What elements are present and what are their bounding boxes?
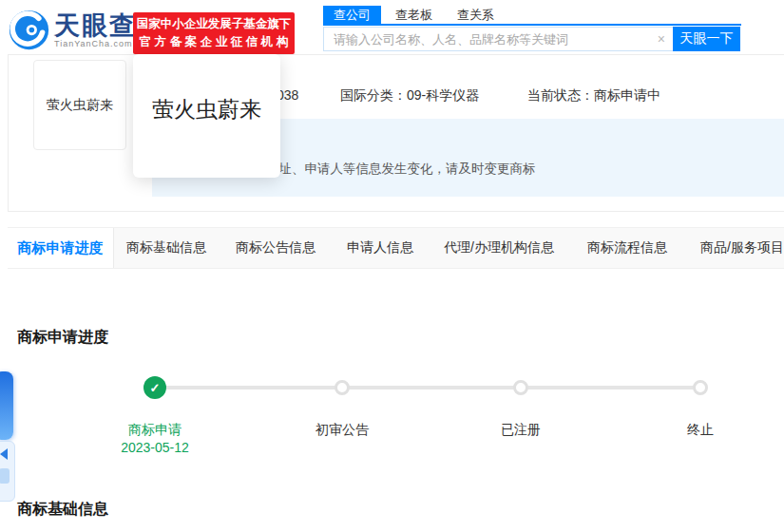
logo-subtitle: TianYanCha.com <box>54 39 137 48</box>
step-label-preliminary-announcement: 初审公告 <box>316 422 369 439</box>
tab-goods-services[interactable]: 商品/服务项目 <box>700 228 784 268</box>
tab-announcement-info[interactable]: 商标公告信息 <box>236 228 316 268</box>
basic-info-section-title: 商标基础信息 <box>17 500 108 520</box>
tianyancha-trademark-page: 天眼查 TianYanCha.com 国家中小企业发展子基金旗下 官方备案企业征… <box>0 0 784 532</box>
logo-title: 天眼查 <box>54 12 137 39</box>
tab-process-info[interactable]: 商标流程信息 <box>587 228 667 268</box>
badge-line1: 国家中小企业发展子基金旗下 <box>133 15 295 33</box>
search-tab-relation[interactable]: 查关系 <box>447 6 505 24</box>
side-float-panel[interactable] <box>0 441 15 502</box>
trademark-image-thumb[interactable]: 萤火虫蔚来 <box>33 60 126 150</box>
step-dot-pending <box>513 380 528 395</box>
step-dot-pending <box>335 380 350 395</box>
trademark-thumb-text: 萤火虫蔚来 <box>47 97 113 114</box>
tab-applicant-info[interactable]: 申请人信息 <box>347 228 413 268</box>
collapse-arrow-icon <box>0 448 8 460</box>
search-tabs: 查公司 查老板 查关系 <box>323 6 741 26</box>
step-date-application: 2023-05-12 <box>121 440 189 455</box>
step-label-application: 商标申请 <box>128 422 182 439</box>
search-tab-company[interactable]: 查公司 <box>323 6 381 24</box>
side-float-handle[interactable] <box>0 371 13 440</box>
progress-section-title: 商标申请进度 <box>17 328 108 348</box>
step-label-registered: 已注册 <box>501 422 541 439</box>
badge-line2: 官方备案企业征信机构 <box>133 33 295 51</box>
gov-certification-badge: 国家中小企业发展子基金旗下 官方备案企业征信机构 <box>133 12 295 54</box>
float-panel-icon <box>0 468 10 484</box>
step-done-check-icon: ✓ <box>143 376 166 399</box>
step-label-terminated: 终止 <box>687 422 714 439</box>
change-notice-text: 地址、申请人等信息发生变化，请及时变更商标 <box>266 161 536 178</box>
search-tab-boss[interactable]: 查老板 <box>385 6 443 24</box>
clear-search-icon[interactable]: × <box>658 31 665 47</box>
tianyancha-logo[interactable]: 天眼查 TianYanCha.com <box>8 9 137 51</box>
current-status: 当前状态：商标申请中 <box>527 87 660 104</box>
tab-application-progress[interactable]: 商标申请进度 <box>8 228 114 268</box>
search-button[interactable]: 天眼一下 <box>673 27 740 51</box>
international-class: 国际分类：09-科学仪器 <box>340 87 479 104</box>
progress-track-line <box>155 386 700 390</box>
tab-basic-info[interactable]: 商标基础信息 <box>126 228 206 268</box>
search-input[interactable] <box>323 27 673 51</box>
trademark-popup-text: 萤火虫蔚来 <box>152 95 261 124</box>
tab-agency-info[interactable]: 代理/办理机构信息 <box>444 228 554 268</box>
detail-tab-strip: 商标申请进度 商标基础信息 商标公告信息 申请人信息 代理/办理机构信息 商标流… <box>8 227 784 269</box>
search-module: 查公司 查老板 查关系 × 天眼一下 <box>323 6 741 51</box>
tianyancha-eye-logo-icon <box>8 9 50 51</box>
step-dot-pending <box>693 380 708 395</box>
trademark-image-preview-popup: 萤火虫蔚来 <box>133 54 280 178</box>
